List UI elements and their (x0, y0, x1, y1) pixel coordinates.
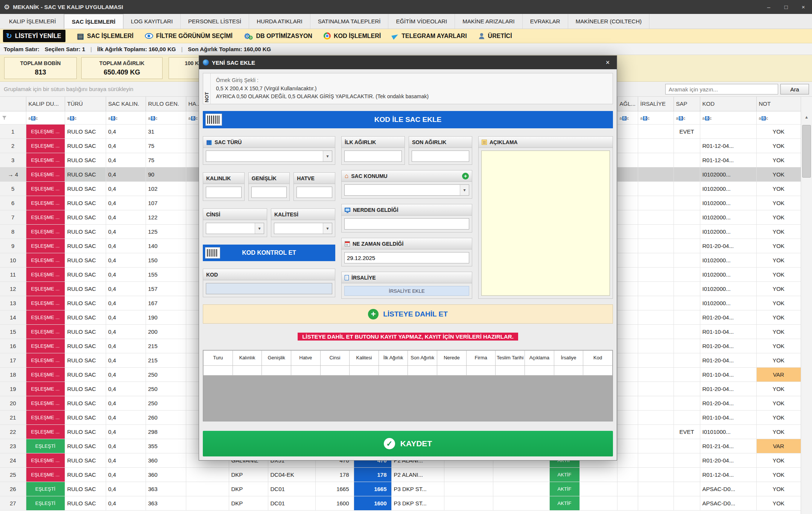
cell-rulo[interactable]: 298 (146, 424, 186, 439)
filter-cell-n[interactable] (0, 111, 26, 124)
cell-turu[interactable]: RULO SAC (65, 167, 106, 181)
cell-agl[interactable] (617, 224, 638, 239)
cell-status[interactable]: EŞLEŞTİ (26, 496, 65, 510)
cell-irsaliye[interactable] (638, 439, 674, 453)
cell-rulo[interactable]: 190 (146, 310, 186, 324)
cell-turu[interactable]: RULO SAC (65, 396, 106, 410)
cell-sap[interactable] (674, 296, 700, 310)
cell-cinsi[interactable]: DKP (229, 482, 268, 496)
cell-agl[interactable] (617, 196, 638, 210)
cell-irsaliye[interactable] (638, 281, 674, 296)
cell-turu[interactable]: RULO SAC (65, 224, 106, 239)
ilk-agirlik-input[interactable] (344, 151, 402, 162)
cell-hatve[interactable] (186, 467, 229, 482)
scrollbar-thumb[interactable] (802, 125, 811, 178)
cell-sap[interactable] (674, 482, 700, 496)
cell-sap[interactable] (674, 210, 700, 224)
cell-sap[interactable] (674, 281, 700, 296)
cell-sap[interactable] (674, 367, 700, 382)
cell-agl[interactable] (617, 210, 638, 224)
cell-n[interactable]: 2 (0, 138, 26, 153)
cell-kalin[interactable]: 0,4 (106, 424, 146, 439)
cell-rulo[interactable]: 107 (146, 196, 186, 210)
filter-cell-status[interactable]: aBc (26, 111, 65, 124)
cell-not[interactable]: YOK (756, 181, 801, 196)
cell-irsaliye[interactable] (638, 339, 674, 353)
cell-sap[interactable] (674, 396, 700, 410)
cell-kod[interactable]: I0102000... (700, 210, 756, 224)
cell-not[interactable]: YOK (756, 453, 801, 467)
cell-rulo[interactable]: 355 (146, 439, 186, 453)
cell-status[interactable]: EŞLEŞME ... (26, 467, 65, 482)
cell-not[interactable]: YOK (756, 281, 801, 296)
cell-status[interactable]: EŞLEŞME ... (26, 138, 65, 153)
cell-rulo[interactable]: 250 (146, 396, 186, 410)
cell-irsaliye[interactable] (638, 424, 674, 439)
cell-agl[interactable] (617, 324, 638, 339)
tab-log-kayitlari[interactable]: LOG KAYITLARI (123, 14, 181, 29)
cell-kalin[interactable]: 0,4 (106, 281, 146, 296)
cell-status[interactable]: EŞLEŞME ... (26, 181, 65, 196)
cell-status[interactable]: EŞLEŞME ... (26, 210, 65, 224)
cell-agl[interactable] (617, 496, 638, 510)
date-input[interactable] (344, 252, 469, 263)
cell-kod[interactable]: R01-10-04... (700, 367, 756, 382)
cell-not[interactable]: YOK (756, 396, 801, 410)
cell-not[interactable]: YOK (756, 138, 801, 153)
toolbar-button-reti-ci[interactable]: ÜRETİCİ (478, 33, 512, 40)
cell-turu[interactable]: RULO SAC (65, 324, 106, 339)
son-agirlik-input[interactable] (412, 151, 469, 162)
cell-irsaliye[interactable] (638, 253, 674, 267)
cell-status[interactable]: EŞLEŞME ... (26, 253, 65, 267)
cell-status[interactable]: EŞLEŞME ... (26, 267, 65, 281)
cell-irsaliye[interactable] (638, 367, 674, 382)
cell-turu[interactable]: RULO SAC (65, 382, 106, 396)
filter-cell-rulo[interactable]: aBc (146, 111, 186, 124)
cell-rulo[interactable]: 75 (146, 153, 186, 167)
add-location-button[interactable] (462, 173, 469, 179)
cell-not[interactable]: YOK (756, 467, 801, 482)
cell-kod[interactable] (700, 124, 756, 138)
cell-not[interactable]: YOK (756, 239, 801, 253)
toolbar-button-kod-i-lemleri[interactable]: KOD İŞLEMLERİ (324, 32, 381, 40)
cell-status[interactable]: EŞLEŞME ... (26, 239, 65, 253)
cell-irsaliye[interactable] (638, 324, 674, 339)
scroll-up-icon[interactable]: ▲ (801, 112, 812, 122)
cell-status[interactable]: EŞLEŞTİ (26, 439, 65, 453)
cell-kod[interactable]: R01-20-04... (700, 382, 756, 396)
cell-sap[interactable] (674, 196, 700, 210)
dialog-close-button[interactable]: × (599, 56, 617, 69)
cell-agl[interactable] (617, 367, 638, 382)
chevron-down-icon[interactable]: ▾ (323, 223, 332, 234)
cell-sap[interactable] (674, 496, 700, 510)
tab-evraklar[interactable]: EVRAKLAR (523, 14, 568, 29)
cell-status[interactable]: EŞLEŞME ... (26, 324, 65, 339)
cell-kalin[interactable]: 0,4 (106, 324, 146, 339)
cell-agl[interactable] (617, 396, 638, 410)
cell-rulo[interactable]: 360 (146, 467, 186, 482)
col-header-kalin[interactable]: SAC KALIN. (106, 97, 146, 111)
cell-irsaliye[interactable] (638, 353, 674, 367)
cell-status[interactable]: EŞLEŞME ... (26, 310, 65, 324)
cell-firma[interactable] (444, 496, 493, 510)
cell-not[interactable]: YOK (756, 424, 801, 439)
toolbar-button-db-opti-mi-zasyon[interactable]: DB OPTİMİZASYON (244, 32, 312, 41)
cell-not[interactable]: YOK (756, 267, 801, 281)
cell-turu[interactable]: RULO SAC (65, 210, 106, 224)
cell-kalin[interactable]: 0,4 (106, 196, 146, 210)
cell-sap[interactable] (674, 267, 700, 281)
cinsi-select[interactable]: ▾ (206, 223, 264, 234)
filter-cell-irsaliye[interactable]: aBc (638, 111, 674, 124)
cell-not[interactable]: YOK (756, 310, 801, 324)
cell-rulo[interactable]: 363 (146, 482, 186, 496)
cell-turu[interactable]: RULO SAC (65, 339, 106, 353)
cell-status[interactable]: EŞLEŞTİ (26, 482, 65, 496)
cell-irsaliye[interactable] (638, 167, 674, 181)
cell-ilk[interactable]: 178 (315, 467, 354, 482)
genislik-input[interactable] (251, 187, 287, 198)
cell-not[interactable]: YOK (756, 196, 801, 210)
cell-status[interactable]: EŞLEŞME ... (26, 196, 65, 210)
col-header-rulo[interactable]: RULO GEN. (146, 97, 186, 111)
table-row[interactable]: 27EŞLEŞTİRULO SAC0,4363DKPDC0116001600P3… (0, 496, 801, 510)
cell-n[interactable]: 8 (0, 224, 26, 239)
